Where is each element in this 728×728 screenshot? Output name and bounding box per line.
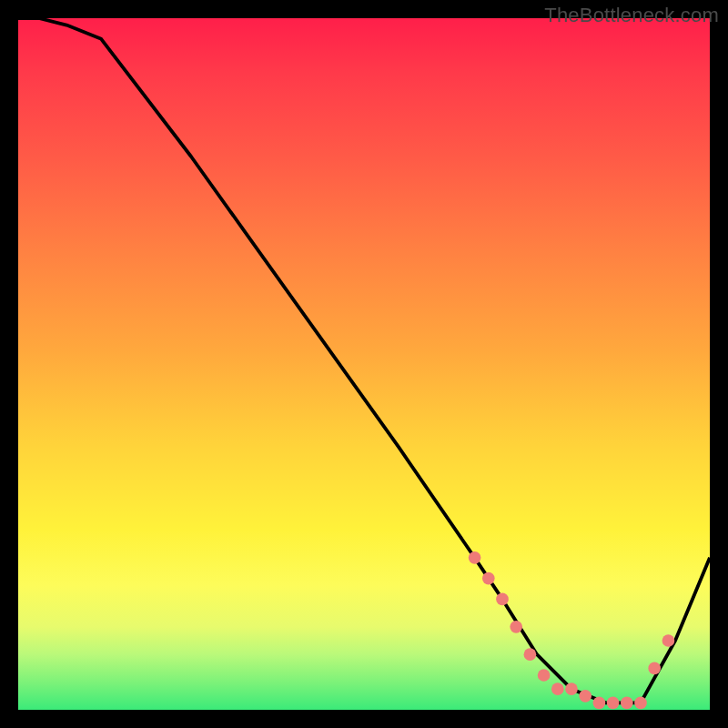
marker-point: [593, 697, 606, 710]
highlight-markers: [469, 551, 674, 709]
chart-overlay-svg: [18, 18, 710, 710]
marker-point: [538, 669, 551, 682]
marker-point: [634, 697, 647, 710]
marker-point: [482, 572, 495, 585]
marker-point: [565, 682, 578, 695]
marker-point: [662, 634, 675, 647]
chart-frame: TheBottleneck.com: [0, 0, 728, 728]
bottleneck-curve: [18, 18, 710, 703]
marker-point: [524, 648, 537, 661]
marker-point: [510, 621, 522, 633]
marker-point: [551, 682, 564, 695]
plot-area: [18, 18, 710, 710]
marker-point: [579, 690, 592, 703]
marker-point: [496, 593, 509, 606]
marker-point: [621, 697, 633, 710]
marker-point: [648, 662, 661, 675]
watermark-text: TheBottleneck.com: [544, 4, 719, 27]
marker-point: [469, 551, 481, 564]
marker-point: [607, 697, 620, 710]
